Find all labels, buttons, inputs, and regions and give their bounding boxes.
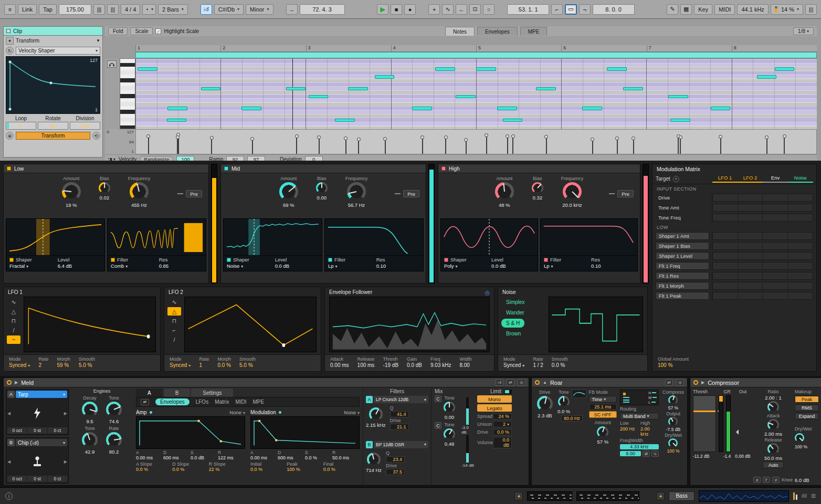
midi-map-button[interactable]: MIDI bbox=[714, 4, 735, 15]
steps-icon[interactable]: ⌐ bbox=[167, 326, 181, 334]
fold-button[interactable]: Fold bbox=[108, 27, 128, 35]
save-preset-icon[interactable]: ◎ bbox=[676, 379, 684, 386]
envf-thresh-field[interactable]: -19 dB bbox=[383, 362, 398, 368]
activity-view-icon[interactable]: ≠ bbox=[772, 477, 780, 483]
velocity-stem[interactable] bbox=[680, 137, 681, 154]
clear-target-icon[interactable]: × bbox=[673, 176, 679, 182]
tap-tempo-button[interactable]: Tap bbox=[39, 4, 57, 15]
threshold-slider[interactable] bbox=[693, 395, 716, 452]
mini-clip-view[interactable] bbox=[527, 491, 572, 501]
mod-attack-field[interactable]: 0.00 ms bbox=[250, 455, 278, 460]
fold-device-icon[interactable]: ▶ bbox=[15, 380, 18, 385]
out-value[interactable]: 0.00 dB bbox=[735, 454, 751, 459]
midi-note[interactable] bbox=[335, 119, 355, 122]
nudge-up-button[interactable]: ||| bbox=[107, 4, 119, 15]
lfo2-morph-field[interactable]: 0.0 % bbox=[217, 362, 231, 368]
scale-name-selector[interactable]: Minor bbox=[246, 4, 273, 15]
midi-note[interactable] bbox=[775, 67, 795, 71]
transform-tool-selector[interactable]: Velocity Shaper bbox=[16, 47, 100, 55]
amp-r-slope-field[interactable]: 22 % bbox=[209, 467, 245, 472]
device-on-icon[interactable] bbox=[693, 380, 698, 385]
unison-selector[interactable]: 2 bbox=[493, 421, 512, 427]
high-filter-display[interactable] bbox=[541, 219, 637, 256]
filter-a-badge[interactable]: A bbox=[366, 396, 373, 403]
midi-note[interactable] bbox=[503, 119, 523, 122]
midi-note[interactable] bbox=[670, 119, 690, 122]
velocity-stem[interactable] bbox=[296, 136, 297, 154]
overdub-icon[interactable]: ⊡ bbox=[469, 4, 481, 15]
lane-meter-icon[interactable]: ⊪ bbox=[107, 130, 110, 134]
bar-ruler[interactable]: 1234 5678 bbox=[135, 45, 817, 52]
record-button[interactable]: ● bbox=[404, 4, 416, 15]
scale-mode-icon[interactable]: ♭♯ bbox=[201, 4, 212, 15]
midi-note[interactable] bbox=[757, 75, 777, 79]
velocity-lane[interactable] bbox=[135, 129, 817, 154]
clip-panel-header[interactable]: Clip bbox=[4, 27, 102, 36]
menu-icon[interactable]: ≡ bbox=[4, 4, 16, 15]
roar-tone-freq-field[interactable]: 80.0 Hz bbox=[561, 415, 583, 422]
amp-mod-selector[interactable]: None bbox=[229, 410, 245, 415]
loop-brace[interactable] bbox=[135, 52, 817, 58]
mix-drive-field[interactable]: 0.0 % bbox=[493, 429, 512, 435]
high-filter-res-field[interactable]: 0.10 bbox=[591, 263, 634, 269]
midi-note[interactable] bbox=[167, 119, 187, 122]
mid-shaper-type-selector[interactable]: Noise bbox=[227, 263, 275, 269]
transform-section-header[interactable]: ✦ Transform ▼ bbox=[4, 36, 102, 46]
ratio-knob[interactable] bbox=[767, 401, 779, 413]
midi-note[interactable] bbox=[241, 107, 261, 110]
envf-freq-field[interactable]: 9.03 kHz bbox=[430, 362, 451, 368]
menu-icon[interactable]: ≡ bbox=[811, 491, 816, 501]
low-frequency-knob[interactable] bbox=[130, 182, 149, 201]
capture-midi-icon[interactable]: ○ bbox=[483, 4, 494, 15]
engine-a-macro1-knob[interactable] bbox=[82, 402, 98, 417]
punch-in-button[interactable]: ⌐ bbox=[551, 4, 563, 15]
low-filter-display[interactable] bbox=[108, 219, 206, 256]
sine-icon[interactable]: ∿ bbox=[7, 298, 20, 306]
roar-tone-knob[interactable] bbox=[558, 396, 570, 407]
low-shaper-display[interactable] bbox=[6, 219, 104, 256]
mix-tone-b-knob[interactable] bbox=[444, 428, 455, 440]
modulation-envelope-display[interactable] bbox=[250, 416, 360, 449]
draw-mode-icon[interactable]: ✎ bbox=[667, 4, 678, 15]
envf-gain-field[interactable]: 0.0 dB bbox=[407, 362, 422, 368]
division-field[interactable]: 1/16 bbox=[70, 122, 100, 130]
velocity-stem[interactable] bbox=[720, 136, 721, 154]
hot-swap-icon[interactable]: ⇄ bbox=[665, 379, 673, 386]
mid-filter-display[interactable] bbox=[325, 219, 423, 256]
cpu-meter[interactable]: 14 % bbox=[771, 4, 803, 15]
play-button[interactable]: ▶ bbox=[377, 4, 388, 15]
mod-mod-selector[interactable]: None bbox=[344, 410, 360, 415]
mid-shaper-display[interactable] bbox=[224, 219, 322, 256]
midi-note[interactable] bbox=[435, 67, 455, 71]
device-on-icon[interactable] bbox=[535, 380, 540, 385]
low-amount-knob[interactable] bbox=[62, 182, 81, 201]
midi-note[interactable] bbox=[476, 67, 496, 71]
velocity-stem[interactable] bbox=[546, 136, 547, 154]
automation-arm-icon[interactable]: ∿ bbox=[442, 4, 454, 15]
velocity-stem[interactable] bbox=[211, 138, 212, 154]
midi-note[interactable] bbox=[167, 107, 187, 110]
square-icon[interactable]: ⊓ bbox=[7, 317, 20, 325]
high-bias-knob[interactable] bbox=[532, 182, 543, 194]
mod-peak-field[interactable]: 100 % bbox=[287, 467, 323, 472]
loop-count-field[interactable]: 4 bbox=[6, 122, 36, 130]
mod-final-field[interactable]: 0.0 % bbox=[323, 467, 360, 472]
engine-a-octave-field[interactable]: 0 oct bbox=[7, 427, 27, 434]
quantization-menu[interactable]: 2 Bars bbox=[158, 4, 188, 15]
filter-b-drive-field[interactable]: 37.5 bbox=[386, 469, 405, 475]
filter-a-q-field[interactable]: 41.4 bbox=[390, 411, 409, 417]
velocity-stem[interactable] bbox=[507, 136, 508, 154]
fold-clip-icon[interactable]: ▲ bbox=[514, 492, 523, 500]
matrix-cells[interactable] bbox=[712, 214, 813, 222]
sidechain-target-icon[interactable]: ◎ bbox=[485, 289, 490, 296]
scale-button[interactable]: Scale bbox=[130, 27, 153, 35]
velocity-stem[interactable] bbox=[466, 140, 467, 154]
subtab-mpe[interactable]: MPE bbox=[253, 399, 265, 405]
stop-button[interactable]: ■ bbox=[391, 4, 402, 15]
matrix-col-lfo2[interactable]: LFO 2 bbox=[738, 175, 763, 183]
volume-field[interactable]: 0.0 dB bbox=[493, 437, 512, 448]
noise-option-simplex[interactable]: Simplex bbox=[501, 298, 530, 307]
filter-b-type-selector[interactable]: BP 12dB OSR bbox=[374, 441, 428, 448]
band-freq-field[interactable]: 4.33 kHz bbox=[620, 444, 659, 449]
high-amount-knob[interactable] bbox=[495, 182, 514, 201]
